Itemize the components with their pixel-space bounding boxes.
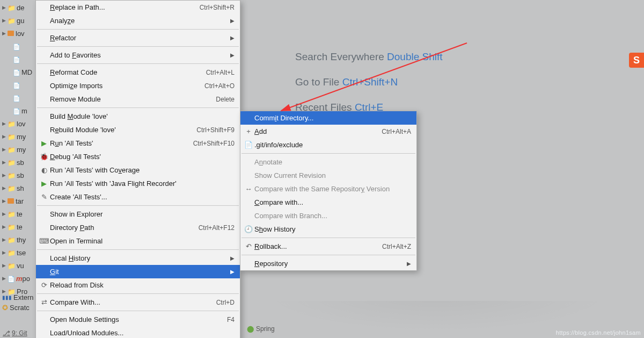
tree-row[interactable]: ▶sb — [0, 169, 35, 182]
git-submenu-item[interactable]: 📄.git/info/exclude — [240, 138, 416, 152]
menu-separator — [37, 29, 239, 30]
context-menu-item[interactable]: Replace in Path...Ctrl+Shift+R — [36, 1, 240, 14]
menu-item-shortcut: Delete — [211, 96, 235, 103]
spring-toolwindow-tab[interactable]: ⬤ Spring — [247, 325, 275, 333]
tree-row[interactable]: ▶de — [0, 1, 35, 14]
menu-item-shortcut: Ctrl+Shift+R — [195, 4, 235, 11]
external-libraries-label[interactable]: Extern — [13, 293, 34, 301]
menu-item-icon: ⟳ — [38, 281, 50, 289]
scratches-label[interactable]: Scratc — [10, 304, 30, 312]
menu-item-label: Rollback... — [254, 242, 378, 250]
submenu-arrow-icon: ▶ — [227, 255, 235, 261]
context-menu-item[interactable]: Remove ModuleDelete — [36, 92, 240, 106]
git-submenu-item[interactable]: Repository▶ — [240, 257, 416, 270]
menu-item-label: Debug 'All Tests' — [50, 153, 235, 161]
tree-row[interactable] — [0, 40, 35, 53]
menu-item-label: Analyze — [50, 17, 227, 25]
tree-row[interactable]: ▶tar — [0, 195, 35, 207]
tree-row[interactable]: ▶gu — [0, 14, 35, 27]
menu-separator — [241, 238, 415, 238]
context-menu-item[interactable]: Analyze▶ — [36, 14, 240, 27]
watermark: https://blog.csdn.net/john1sam — [556, 329, 641, 336]
context-menu-item[interactable]: Local History▶ — [36, 251, 240, 265]
tree-row[interactable] — [0, 78, 35, 91]
context-menu-item[interactable]: ◐Run 'All Tests' with Coverage — [36, 163, 240, 177]
menu-item-icon: 🕘 — [243, 225, 254, 233]
git-submenu-item[interactable]: +AddCtrl+Alt+A — [240, 125, 416, 138]
git-submenu-item[interactable]: ↶Rollback...Ctrl+Alt+Z — [240, 240, 416, 253]
tree-row[interactable]: ▶lov — [0, 117, 35, 130]
context-menu-item[interactable]: Show in Explorer — [36, 207, 240, 221]
git-submenu-item[interactable]: 🕘Show History — [240, 222, 416, 236]
menu-separator — [37, 205, 239, 206]
menu-item-label: Replace in Path... — [50, 3, 195, 11]
menu-item-label: Show in Explorer — [50, 210, 235, 218]
side-tool-icon[interactable]: S — [629, 53, 644, 68]
tree-row[interactable]: ▶lov — [0, 27, 35, 40]
context-menu-item[interactable]: Add to Favorites▶ — [36, 48, 240, 62]
menu-item-shortcut: Ctrl+D — [212, 299, 235, 306]
menu-item-icon: ↶ — [243, 242, 254, 250]
tree-row[interactable]: MD — [0, 66, 35, 78]
tree-row[interactable]: ▶te — [0, 207, 35, 220]
hint-goto-file: Go to File — [295, 76, 342, 88]
git-toolwindow-tab[interactable]: ⎇9: Git — [3, 329, 27, 337]
menu-item-label: Rebuild Module 'love' — [50, 126, 192, 134]
git-branch-icon: ⎇ — [3, 329, 10, 337]
tree-row[interactable]: ▶thy — [0, 233, 35, 246]
tree-row[interactable]: ▶mpo — [0, 272, 35, 285]
context-menu-item[interactable]: ▶Run 'All Tests' with 'Java Flight Recor… — [36, 177, 240, 190]
context-menu-item[interactable]: ✎Create 'All Tests'... — [36, 190, 240, 204]
menu-item-label: Add to Favorites — [50, 51, 227, 59]
submenu-arrow-icon: ▶ — [227, 52, 235, 58]
menu-item-icon: 📄 — [243, 141, 254, 149]
tree-row[interactable]: ▶sh — [0, 182, 35, 195]
tree-row[interactable]: ▶my — [0, 143, 35, 156]
context-menu-item[interactable]: Open Module SettingsF4 — [36, 313, 240, 326]
context-menu-item[interactable]: Build Module 'love' — [36, 110, 240, 123]
git-submenu-item[interactable]: Commit Directory... — [240, 111, 416, 125]
context-menu-item[interactable]: ⌨Open in Terminal — [36, 234, 240, 248]
context-menu-item[interactable]: ▶Run 'All Tests'Ctrl+Shift+F10 — [36, 136, 240, 150]
tree-row[interactable]: m — [0, 104, 35, 117]
menu-item-label: Remove Module — [50, 95, 211, 103]
context-menu-item[interactable]: Reformat CodeCtrl+Alt+L — [36, 66, 240, 79]
tree-row[interactable]: ▶my — [0, 130, 35, 143]
menu-separator — [37, 249, 239, 250]
menu-item-label: Create 'All Tests'... — [50, 193, 235, 201]
git-submenu-item[interactable]: Compare with... — [240, 196, 416, 209]
context-menu[interactable]: Replace in Path...Ctrl+Shift+RAnalyze▶Re… — [35, 0, 240, 338]
tree-row[interactable]: ▶sb — [0, 156, 35, 169]
menu-item-icon: ⌨ — [38, 237, 50, 245]
menu-item-label: Run 'All Tests' with 'Java Flight Record… — [50, 179, 235, 188]
menu-item-label: Local History — [50, 254, 227, 262]
tree-row[interactable]: ▶tse — [0, 246, 35, 259]
tree-row[interactable] — [0, 53, 35, 66]
tree-row[interactable] — [0, 91, 35, 104]
menu-item-label: Compare with Branch... — [254, 212, 411, 220]
project-tree[interactable]: ▶de▶gu▶lovMDm▶lov▶my▶my▶sb▶sb▶sh▶tar▶te▶… — [0, 0, 35, 338]
submenu-arrow-icon: ▶ — [227, 35, 235, 41]
spring-icon: ⬤ — [247, 325, 254, 333]
menu-separator — [37, 311, 239, 311]
tree-row[interactable]: ▶te — [0, 220, 35, 233]
context-menu-item[interactable]: Git▶ — [36, 265, 240, 278]
git-submenu-item: Annotate — [240, 155, 416, 169]
context-menu-item[interactable]: ⟳Reload from Disk — [36, 278, 240, 292]
menu-separator — [37, 107, 239, 108]
git-submenu[interactable]: Commit Directory...+AddCtrl+Alt+A📄.git/i… — [240, 111, 417, 271]
menu-item-icon: ✎ — [38, 193, 50, 201]
context-menu-item[interactable]: Directory PathCtrl+Alt+F12 — [36, 221, 240, 234]
context-menu-item[interactable]: Rebuild Module 'love'Ctrl+Shift+F9 — [36, 123, 240, 136]
context-menu-item[interactable]: Optimize ImportsCtrl+Alt+O — [36, 79, 240, 92]
bottom-toolbar[interactable]: ⎇9: Git — [3, 329, 27, 337]
context-menu-item[interactable]: ⇄Compare With...Ctrl+D — [36, 296, 240, 309]
context-menu-item[interactable]: Load/Unload Modules... — [36, 326, 240, 338]
context-menu-item[interactable]: 🐞Debug 'All Tests' — [36, 150, 240, 163]
git-submenu-item: Compare with Branch... — [240, 209, 416, 222]
menu-item-label: Show History — [254, 225, 411, 233]
menu-item-label: Compare With... — [50, 298, 212, 306]
tree-row[interactable]: ▶vu — [0, 259, 35, 272]
menu-item-label: Reformat Code — [50, 68, 202, 76]
context-menu-item[interactable]: Refactor▶ — [36, 31, 240, 45]
